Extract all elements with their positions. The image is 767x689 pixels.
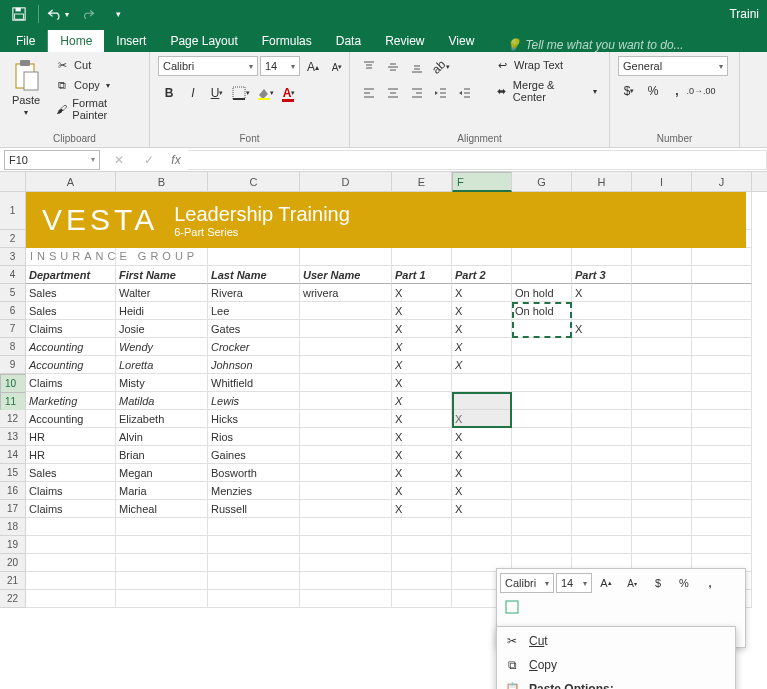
cell[interactable]: Claims <box>26 500 116 518</box>
cell[interactable]: Russell <box>208 500 300 518</box>
cell[interactable] <box>692 482 752 500</box>
tab-home[interactable]: Home <box>48 30 104 52</box>
cell[interactable] <box>300 428 392 446</box>
cell[interactable]: X <box>392 284 452 302</box>
cell[interactable]: Lee <box>208 302 300 320</box>
cell[interactable]: X <box>392 338 452 356</box>
row-header[interactable]: 8 <box>0 338 26 356</box>
formula-input[interactable] <box>188 150 767 170</box>
col-header-H[interactable]: H <box>572 172 632 191</box>
row-header[interactable]: 15 <box>0 464 26 482</box>
row-header[interactable]: 4 <box>0 266 26 284</box>
row-header[interactable]: 1 <box>0 192 26 230</box>
orientation-button[interactable]: ab▾ <box>430 56 452 78</box>
cell[interactable] <box>300 356 392 374</box>
cell[interactable]: Hicks <box>208 410 300 428</box>
cell[interactable] <box>392 518 452 536</box>
border-button[interactable]: ▾ <box>230 82 252 104</box>
mini-font-name[interactable]: Calibri <box>500 573 554 593</box>
cell[interactable] <box>632 428 692 446</box>
cell[interactable] <box>392 590 452 608</box>
cell[interactable] <box>632 338 692 356</box>
cell[interactable] <box>392 572 452 590</box>
cell[interactable] <box>512 266 572 284</box>
wrap-text-button[interactable]: ↩Wrap Text <box>490 56 601 74</box>
cell[interactable] <box>632 536 692 554</box>
cell[interactable] <box>300 554 392 572</box>
cell[interactable] <box>208 572 300 590</box>
cell[interactable]: Last Name <box>208 266 300 284</box>
name-box[interactable]: F10▾ <box>4 150 100 170</box>
row-header[interactable]: 19 <box>0 536 26 554</box>
cell[interactable]: X <box>452 302 512 320</box>
cell[interactable]: X <box>392 374 452 392</box>
font-size-select[interactable]: 14 <box>260 56 300 76</box>
cell[interactable] <box>452 248 512 266</box>
cell[interactable]: Accounting <box>26 356 116 374</box>
cell[interactable] <box>452 392 512 410</box>
cell[interactable]: X <box>392 428 452 446</box>
cell[interactable]: Accounting <box>26 338 116 356</box>
tab-insert[interactable]: Insert <box>104 30 158 52</box>
align-bottom-button[interactable] <box>406 56 428 78</box>
cell[interactable] <box>208 590 300 608</box>
mini-decrease-font[interactable]: A▾ <box>620 572 644 594</box>
redo-icon[interactable] <box>75 2 101 26</box>
increase-decimal-button[interactable]: .0→.00 <box>690 80 712 102</box>
copy-button[interactable]: ⧉Copy▾ <box>50 76 141 94</box>
cell[interactable] <box>692 248 752 266</box>
row-header[interactable]: 21 <box>0 572 26 590</box>
cell[interactable] <box>512 482 572 500</box>
cell[interactable] <box>116 554 208 572</box>
cell[interactable] <box>452 518 512 536</box>
cell[interactable]: Wendy <box>116 338 208 356</box>
cell[interactable]: X <box>572 320 632 338</box>
cell[interactable] <box>692 374 752 392</box>
cell[interactable] <box>208 554 300 572</box>
cell[interactable]: Bosworth <box>208 464 300 482</box>
bold-button[interactable]: B <box>158 82 180 104</box>
cell[interactable] <box>300 572 392 590</box>
col-header-E[interactable]: E <box>392 172 452 191</box>
cell[interactable]: Brian <box>116 446 208 464</box>
cell[interactable]: Maria <box>116 482 208 500</box>
col-header-B[interactable]: B <box>116 172 208 191</box>
cell[interactable] <box>692 338 752 356</box>
cell[interactable] <box>392 554 452 572</box>
cell[interactable] <box>512 500 572 518</box>
cell[interactable]: Alvin <box>116 428 208 446</box>
cell[interactable] <box>572 374 632 392</box>
cell[interactable]: X <box>452 338 512 356</box>
row-header[interactable]: 18 <box>0 518 26 536</box>
row-header[interactable]: 14 <box>0 446 26 464</box>
mini-format-cells[interactable] <box>500 596 524 618</box>
cell[interactable] <box>300 500 392 518</box>
cell[interactable] <box>512 248 572 266</box>
cell[interactable]: Misty <box>116 374 208 392</box>
cell[interactable]: Department <box>26 266 116 284</box>
ctx-cut[interactable]: ✂Cut <box>497 629 735 653</box>
format-painter-button[interactable]: 🖌Format Painter <box>50 96 141 122</box>
cell[interactable] <box>632 374 692 392</box>
col-header-D[interactable]: D <box>300 172 392 191</box>
increase-indent-button[interactable] <box>454 82 476 104</box>
cell[interactable]: X <box>392 464 452 482</box>
undo-icon[interactable]: ▾ <box>45 2 71 26</box>
cell[interactable] <box>300 446 392 464</box>
cell[interactable] <box>300 248 392 266</box>
cell[interactable]: X <box>452 446 512 464</box>
cell[interactable]: Loretta <box>116 356 208 374</box>
cell[interactable] <box>512 536 572 554</box>
mini-comma[interactable]: , <box>698 572 722 594</box>
cell[interactable] <box>632 410 692 428</box>
cell[interactable] <box>116 590 208 608</box>
row-header[interactable]: 13 <box>0 428 26 446</box>
cell[interactable]: X <box>392 392 452 410</box>
cell[interactable] <box>692 464 752 482</box>
cell[interactable] <box>632 356 692 374</box>
cell[interactable] <box>572 410 632 428</box>
align-middle-button[interactable] <box>382 56 404 78</box>
cell[interactable]: Micheal <box>116 500 208 518</box>
cell[interactable]: Walter <box>116 284 208 302</box>
cell[interactable]: X <box>392 410 452 428</box>
